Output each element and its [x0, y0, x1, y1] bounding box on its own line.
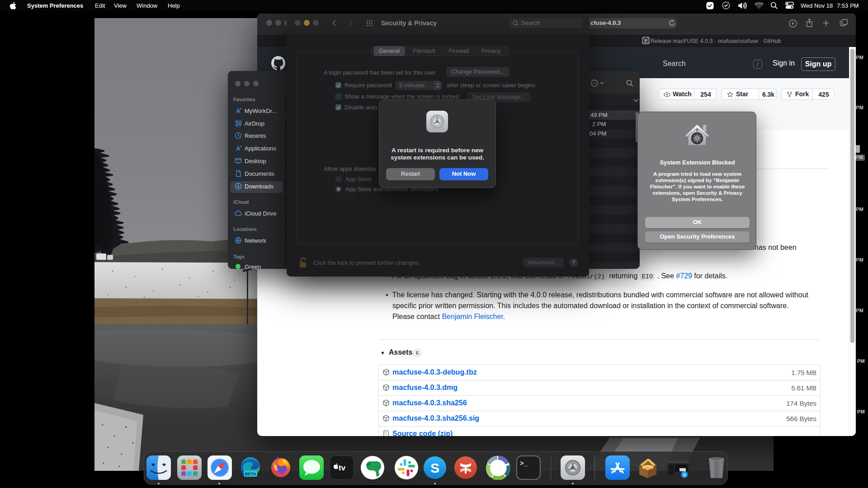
svg-text:>_: >_	[520, 460, 528, 467]
svg-text:S: S	[683, 473, 686, 477]
svg-text:tv: tv	[339, 464, 346, 472]
svg-text:S: S	[430, 460, 439, 475]
svg-text:BETA: BETA	[245, 471, 256, 476]
